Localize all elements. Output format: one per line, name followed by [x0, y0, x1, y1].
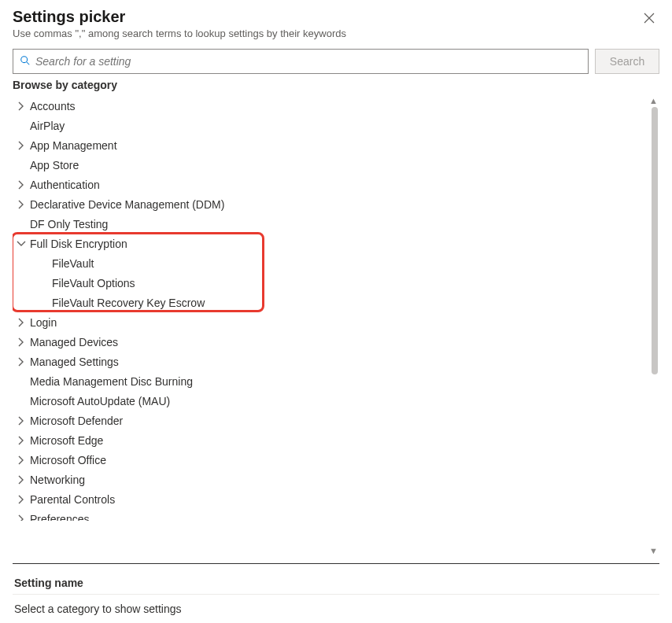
category-item[interactable]: Microsoft Defender: [13, 411, 644, 430]
setting-name-column-header: Setting name: [13, 572, 659, 594]
category-item[interactable]: App Store: [13, 155, 644, 175]
category-label: Networking: [30, 474, 85, 486]
panel-title: Settings picker: [13, 8, 346, 26]
category-label: Parental Controls: [30, 493, 115, 506]
subitem-label: FileVault Options: [52, 277, 135, 289]
chevron-down-icon: [16, 238, 27, 249]
category-item[interactable]: Parental Controls: [13, 489, 644, 509]
chevron-right-icon: [16, 317, 27, 328]
category-label: Microsoft Defender: [30, 415, 123, 427]
settings-empty-message: Select a category to show settings: [13, 595, 659, 623]
search-box[interactable]: [13, 49, 589, 74]
category-item[interactable]: AirPlay: [13, 116, 644, 135]
svg-line-1: [27, 61, 30, 65]
chevron-right-icon: [16, 474, 27, 485]
panel-subtitle: Use commas "," among search terms to loo…: [13, 28, 346, 39]
category-subitem[interactable]: FileVault Recovery Key Escrow: [13, 293, 644, 312]
category-item[interactable]: Microsoft Edge: [13, 430, 644, 450]
category-label: Accounts: [30, 100, 76, 112]
chevron-right-icon: [16, 199, 27, 210]
category-label: Full Disk Encryption: [30, 238, 127, 250]
scroll-down-arrow-icon[interactable]: ▼: [649, 546, 658, 555]
close-button[interactable]: [639, 9, 659, 30]
search-row: Search: [13, 49, 659, 74]
category-subitem[interactable]: FileVault Options: [13, 273, 644, 293]
category-item[interactable]: Declarative Device Management (DDM): [13, 194, 644, 214]
category-item[interactable]: Networking: [13, 470, 644, 489]
category-item[interactable]: DF Only Testing: [13, 214, 644, 234]
chevron-right-icon: [16, 356, 27, 367]
category-item[interactable]: Microsoft AutoUpdate (MAU): [13, 391, 644, 411]
category-label: Login: [30, 316, 57, 329]
category-label: App Management: [30, 139, 117, 152]
category-subitem[interactable]: FileVault: [13, 253, 644, 273]
category-item[interactable]: Authentication: [13, 175, 644, 194]
category-label: Declarative Device Management (DDM): [30, 198, 224, 211]
category-item[interactable]: Media Management Disc Burning: [13, 371, 644, 391]
category-item[interactable]: Preferences: [13, 509, 644, 521]
category-label: Preferences: [30, 513, 89, 522]
chevron-right-icon: [16, 337, 27, 348]
browse-by-category-label: Browse by category: [13, 79, 659, 91]
chevron-right-icon: [16, 415, 27, 426]
scrollbar-thumb[interactable]: [652, 107, 658, 374]
chevron-right-icon: [16, 514, 27, 522]
subitem-label: FileVault Recovery Key Escrow: [52, 297, 205, 309]
category-label: Managed Settings: [30, 356, 119, 368]
category-label: Microsoft Edge: [30, 434, 103, 447]
category-tree[interactable]: AccountsAirPlayApp ManagementApp StoreAu…: [13, 96, 659, 521]
chevron-right-icon: [16, 101, 27, 112]
search-input[interactable]: [31, 55, 582, 68]
category-label: AirPlay: [30, 120, 65, 132]
category-item[interactable]: Managed Settings: [13, 352, 644, 371]
category-item[interactable]: Login: [13, 312, 644, 332]
category-item[interactable]: Microsoft Office: [13, 450, 644, 470]
settings-picker-panel: Settings picker Use commas "," among sea…: [0, 0, 672, 623]
category-item[interactable]: Managed Devices: [13, 332, 644, 352]
close-icon: [644, 13, 655, 26]
category-label: Authentication: [30, 179, 100, 191]
chevron-right-icon: [16, 494, 27, 505]
panel-header: Settings picker Use commas "," among sea…: [13, 8, 659, 49]
subitem-label: FileVault: [52, 257, 94, 270]
chevron-right-icon: [16, 140, 27, 151]
chevron-right-icon: [16, 179, 27, 190]
chevron-right-icon: [16, 435, 27, 446]
category-label: DF Only Testing: [30, 218, 108, 230]
category-label: Managed Devices: [30, 336, 118, 348]
category-tree-wrapper: AccountsAirPlayApp ManagementApp StoreAu…: [13, 96, 659, 557]
scroll-up-arrow-icon[interactable]: ▲: [649, 96, 658, 105]
category-label: App Store: [30, 159, 79, 171]
category-item[interactable]: Full Disk Encryption: [13, 234, 644, 253]
search-icon: [20, 55, 31, 68]
search-button[interactable]: Search: [595, 49, 659, 74]
category-item[interactable]: App Management: [13, 135, 644, 155]
category-label: Media Management Disc Burning: [30, 375, 193, 388]
svg-point-0: [21, 56, 28, 62]
section-divider: [13, 563, 659, 564]
category-item[interactable]: Accounts: [13, 96, 644, 116]
chevron-right-icon: [16, 455, 27, 466]
category-label: Microsoft Office: [30, 454, 106, 466]
category-label: Microsoft AutoUpdate (MAU): [30, 395, 170, 407]
